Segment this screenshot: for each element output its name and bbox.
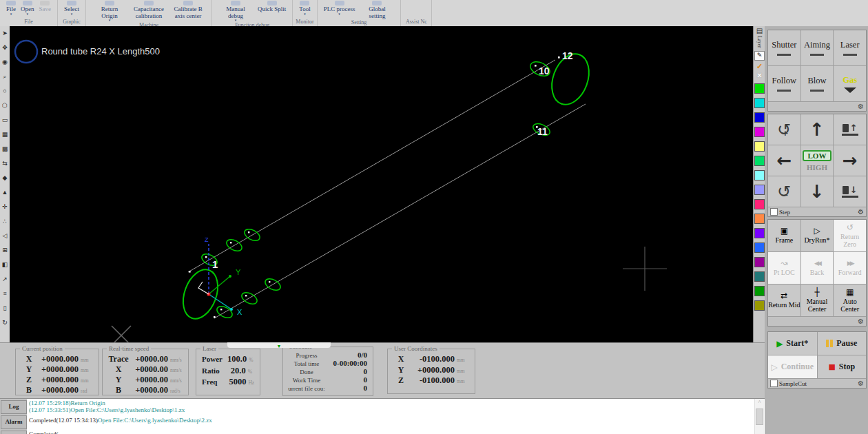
frame-button[interactable]: ▣Frame [768, 220, 800, 251]
lead-in-tool-icon[interactable]: ◆ [0, 171, 10, 185]
layer-color-swatch[interactable] [754, 127, 765, 137]
file-button[interactable]: File▾ [5, 1, 17, 16]
back-button[interactable]: ◀◀Back [801, 252, 834, 284]
align-tool-icon[interactable]: ≡ [0, 287, 10, 301]
return-zero-button[interactable]: ↺Return Zero [834, 220, 866, 251]
select-tool-icon[interactable]: ➤ [0, 26, 10, 41]
scatter-tool-icon[interactable]: ∴ [0, 214, 10, 229]
start-button[interactable]: ▶Start* [768, 332, 817, 355]
tube-edge-top[interactable] [188, 60, 555, 272]
gas-button[interactable]: Gas [834, 66, 866, 101]
pt-loc-button[interactable]: ↝Pt LOC [768, 252, 800, 284]
return-mid-button[interactable]: ⇄Return Mid [768, 285, 800, 316]
layer-color-swatch[interactable] [754, 242, 765, 253]
capacitance-calibration-button[interactable]: Capacitance calibration [130, 1, 167, 19]
calibrate-b-axis-center-button[interactable]: Calibrate B axis center [169, 1, 207, 19]
z-up-button[interactable]: ↑ [834, 114, 866, 145]
forward-button[interactable]: ▶▶Forward [834, 252, 866, 284]
laser-button[interactable]: Laser [834, 30, 866, 65]
layer-color-swatch[interactable] [754, 271, 765, 282]
select-button[interactable]: Select▾ [63, 1, 81, 16]
tube-end-ellipse-near[interactable] [177, 265, 225, 323]
jog-up-button[interactable]: ↑ [801, 114, 834, 145]
open-button[interactable]: Open▾ [19, 1, 36, 16]
status-collapse-handle[interactable]: ▼ [227, 342, 331, 348]
tool-button[interactable]: Tool▾ [298, 1, 311, 16]
center-tool-icon[interactable]: ✛ [0, 200, 10, 214]
drawing-canvas[interactable]: Round tube R24 X Length500 1 10 11 12 [10, 26, 753, 342]
step-checkbox[interactable] [770, 208, 778, 216]
node-edit-tool-icon[interactable]: ▦ [0, 127, 10, 142]
tab-log[interactable]: Log [1, 400, 27, 414]
shutter-button[interactable]: Shutter [768, 30, 800, 65]
dryrun-button[interactable]: ▷DryRun* [801, 220, 834, 251]
cycle-settings-gear-icon[interactable]: ⚙ [858, 380, 864, 388]
jog-settings-gear-icon[interactable]: ⚙ [858, 208, 864, 216]
stop-button[interactable]: ■Stop [818, 355, 867, 378]
fill-tool-icon[interactable]: ◧ [0, 258, 10, 272]
plc-process-button[interactable]: PLC process▾ [322, 1, 357, 16]
frame-tool-icon[interactable]: ▯ [0, 301, 10, 316]
measure-tool-icon[interactable]: ↗ [0, 272, 10, 287]
layer-color-swatch[interactable] [754, 98, 765, 108]
layer-color-swatch[interactable] [754, 228, 765, 238]
z-down-button[interactable]: ↓ [834, 176, 866, 207]
revert-tool-icon[interactable]: ↻ [0, 316, 10, 330]
return-origin-button[interactable]: Return Origin▾ [91, 1, 128, 22]
follow-button[interactable]: Follow [768, 66, 800, 101]
circle-tool-icon[interactable]: ○ [0, 84, 10, 99]
layer-color-swatch[interactable] [754, 257, 765, 267]
polygon-tool-icon[interactable]: ⬡ [0, 99, 10, 113]
layer-apply-check-icon[interactable]: ✓ [756, 62, 763, 71]
manual-debug-button[interactable]: Manual debug▾ [217, 1, 254, 22]
layers-icon[interactable]: ▤ [756, 26, 763, 35]
layer-color-swatch[interactable] [754, 156, 765, 166]
zoom-tool-icon[interactable]: ⌕ [0, 70, 10, 84]
aiming-button[interactable]: Aiming [801, 30, 834, 65]
scroll-up-icon[interactable]: ˄ [755, 399, 764, 406]
continue-button[interactable]: ▷Continue [768, 355, 817, 378]
log-scrollbar[interactable]: ˄ [754, 399, 764, 434]
pause-button[interactable]: Pause [818, 332, 867, 355]
hatch-tool-icon[interactable]: ▩ [0, 142, 10, 156]
layer-color-swatch[interactable] [754, 112, 765, 123]
rotate-plus-button[interactable]: ↺+ [768, 114, 800, 145]
rotate-minus-button[interactable]: ↺− [768, 176, 800, 207]
jog-left-button[interactable]: ← [768, 145, 800, 176]
tab-partial[interactable] [1, 431, 27, 434]
array-tool-icon[interactable]: ⊞ [0, 243, 10, 258]
quick-split-button[interactable]: Quick Split [256, 1, 287, 13]
layer-color-swatch[interactable] [754, 83, 765, 94]
transform-tool-icon[interactable]: ⇆ [0, 156, 10, 171]
global-setting-button[interactable]: Global setting [358, 1, 395, 19]
layer-color-swatch[interactable] [754, 300, 765, 311]
lead-out-tool-icon[interactable]: ▲ [0, 185, 10, 200]
blow-button[interactable]: Blow [801, 66, 834, 101]
layer-color-swatch[interactable] [754, 199, 765, 209]
pan-tool-icon[interactable]: ✥ [0, 41, 10, 55]
save-button[interactable]: Save [38, 1, 53, 13]
jog-right-button[interactable]: → [834, 145, 866, 176]
rect-tool-icon[interactable]: ▭ [0, 113, 10, 127]
speed-low-badge[interactable]: LOW [803, 150, 832, 161]
scroll-thumb[interactable] [756, 409, 763, 425]
layer-edit-icon[interactable]: ✎ [754, 51, 765, 61]
layer-color-swatch[interactable] [754, 286, 765, 296]
layer-color-swatch[interactable] [754, 185, 765, 195]
layer-color-swatch[interactable] [754, 170, 765, 180]
erase-tool-icon[interactable]: ◁ [0, 229, 10, 243]
jog-down-button[interactable]: ↓ [801, 176, 834, 207]
view-tool-icon[interactable]: ◉ [0, 55, 10, 70]
layer-color-swatch[interactable] [754, 214, 765, 224]
layer-color-swatch[interactable] [754, 141, 765, 152]
auto-center-button[interactable]: ▦Auto Center [834, 285, 866, 316]
speed-high-label[interactable]: HIGH [807, 163, 827, 172]
io-settings-gear-icon[interactable]: ⚙ [858, 103, 864, 111]
speed-toggle[interactable]: LOW HIGH [801, 145, 834, 176]
manual-center-button[interactable]: ┼Manual Center [801, 285, 834, 316]
tube-edge-bottom[interactable] [214, 104, 586, 318]
samplecut-checkbox[interactable] [770, 380, 778, 387]
tab-alarm[interactable]: Alarm [1, 415, 27, 429]
run-settings-gear-icon[interactable]: ⚙ [858, 318, 864, 326]
layer-clear-icon[interactable]: ✕ [756, 71, 762, 80]
